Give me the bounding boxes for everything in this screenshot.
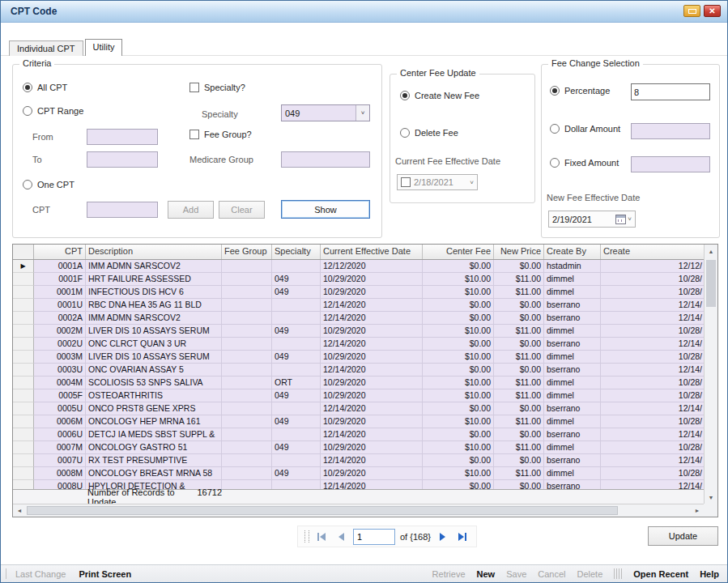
chevron-down-icon[interactable]: ˅ xyxy=(470,179,474,186)
first-page-button[interactable] xyxy=(314,530,329,544)
statusbar-item-print-screen[interactable]: Print Screen xyxy=(79,569,131,579)
grid-cell[interactable]: dimmel xyxy=(544,286,601,299)
grid-cell[interactable]: dimmel xyxy=(544,325,601,338)
grid-cell[interactable]: 049 xyxy=(272,286,321,299)
grid-cell[interactable]: $10.00 xyxy=(423,325,494,338)
grid-cell[interactable]: 12/14/2020 xyxy=(321,480,423,489)
row-selector[interactable] xyxy=(13,377,34,389)
row-selector[interactable] xyxy=(13,454,34,467)
tab-utility[interactable]: Utility xyxy=(85,39,123,56)
to-input[interactable] xyxy=(87,151,158,168)
grid-cell[interactable]: LIVER DIS 10 ASSAYS SERUM xyxy=(86,325,222,338)
table-row[interactable]: 0001MINFECTIOUS DIS HCV 604910/29/2020$1… xyxy=(13,286,704,299)
radio-fixed-amount[interactable]: Fixed Amount xyxy=(550,158,619,168)
radio-dollar-amount[interactable]: Dollar Amount xyxy=(550,124,620,134)
grid-cell[interactable]: $0.00 xyxy=(423,480,494,489)
grid-cell[interactable]: $0.00 xyxy=(423,260,494,273)
grid-cell[interactable]: 10/29/2020 xyxy=(321,415,423,428)
grid-cell[interactable]: 049 xyxy=(272,273,321,286)
grid-cell[interactable]: $0.00 xyxy=(494,312,544,325)
grid-cell[interactable]: 10/29/2020 xyxy=(321,389,423,402)
clear-button[interactable]: Clear xyxy=(219,201,265,219)
grid-cell[interactable] xyxy=(222,338,272,351)
grid-cell[interactable]: 12/14/ xyxy=(601,480,704,489)
grid-cell[interactable] xyxy=(272,480,321,489)
grid-cell[interactable]: 0007M xyxy=(34,441,86,454)
grid-cell[interactable]: 12/12/2020 xyxy=(321,260,423,273)
table-row[interactable]: 0007URX TEST PRESUMPTIVE12/14/2020$0.00$… xyxy=(13,454,704,467)
grid-cell[interactable] xyxy=(222,389,272,402)
grid-cell[interactable]: ONCOLOGY HEP MRNA 161 xyxy=(86,415,222,428)
grid-cell[interactable]: 049 xyxy=(272,415,321,428)
grid-cell[interactable]: $11.00 xyxy=(494,415,544,428)
grid-cell[interactable]: 0006U xyxy=(34,428,86,441)
tab-individual-cpt[interactable]: Individual CPT xyxy=(9,40,83,56)
dollar-amount-input[interactable] xyxy=(631,123,710,139)
last-page-button[interactable] xyxy=(455,530,470,544)
grid-cell[interactable]: INFECTIOUS DIS HCV 6 xyxy=(86,286,222,299)
row-selector[interactable] xyxy=(13,441,34,454)
row-selector[interactable] xyxy=(13,467,34,480)
grid-cell[interactable]: SCOLIOSIS 53 SNPS SALIVA xyxy=(86,377,222,389)
grid-cell[interactable]: 0005F xyxy=(34,389,86,402)
grid-cell[interactable]: 0001F xyxy=(34,273,86,286)
grid-cell[interactable]: $11.00 xyxy=(494,286,544,299)
grid-cell[interactable] xyxy=(222,273,272,286)
column-header[interactable]: New Price xyxy=(494,245,544,259)
grid-cell[interactable]: 12/14/ xyxy=(601,338,704,351)
grid-cell[interactable]: 12/14/2020 xyxy=(321,312,423,325)
previous-page-button[interactable] xyxy=(334,530,348,544)
radio-cpt-range[interactable]: CPT Range xyxy=(23,106,83,116)
grid-cell[interactable]: 12/14/2020 xyxy=(321,402,423,415)
grid-cell[interactable] xyxy=(222,260,272,273)
grid-cell[interactable]: ONCOLOGY BREAST MRNA 58 xyxy=(86,467,222,480)
grid-cell[interactable]: 12/14/2020 xyxy=(321,299,423,312)
row-selector[interactable] xyxy=(13,402,34,415)
grid-cell[interactable] xyxy=(222,351,272,364)
radio-create-new-fee[interactable]: Create New Fee xyxy=(400,91,479,100)
table-row[interactable]: 0002AIMM ADMN SARSCOV212/14/2020$0.00$0.… xyxy=(13,312,704,325)
table-row[interactable]: 0001FHRT FAILURE ASSESSED04910/29/2020$1… xyxy=(13,273,704,286)
table-row[interactable]: 0002UONC CLRCT QUAN 3 UR12/14/2020$0.00$… xyxy=(13,338,704,351)
grid-cell[interactable]: 049 xyxy=(272,351,321,364)
specialty-select[interactable]: 049 ˅ xyxy=(281,104,370,121)
grid-cell[interactable] xyxy=(222,325,272,338)
grid-cell[interactable]: IMM ADMN SARSCOV2 xyxy=(86,260,222,273)
row-selector[interactable] xyxy=(13,389,34,402)
grid-cell[interactable] xyxy=(222,467,272,480)
grid-cell[interactable]: 10/29/2020 xyxy=(321,325,423,338)
grid-cell[interactable]: $0.00 xyxy=(494,428,544,441)
cpt-input[interactable] xyxy=(87,202,158,218)
add-button[interactable]: Add xyxy=(168,201,214,219)
grid-cell[interactable]: 0002A xyxy=(34,312,86,325)
grid-cell[interactable]: $11.00 xyxy=(494,389,544,402)
grid-cell[interactable]: $0.00 xyxy=(494,338,544,351)
grid-cell[interactable]: $11.00 xyxy=(494,273,544,286)
grid-cell[interactable]: 10/28/ xyxy=(601,467,704,480)
column-header[interactable]: Create xyxy=(601,245,705,259)
grid-cell[interactable] xyxy=(222,312,272,325)
row-selector[interactable] xyxy=(13,299,34,312)
page-number-input[interactable] xyxy=(353,529,395,545)
grid-cell[interactable] xyxy=(272,299,321,312)
grid-cell[interactable]: $11.00 xyxy=(494,351,544,364)
grid-cell[interactable]: bserrano xyxy=(544,364,601,377)
grid-cell[interactable]: $10.00 xyxy=(423,351,494,364)
grid-cell[interactable]: $0.00 xyxy=(494,480,544,489)
radio-delete-fee[interactable]: Delete Fee xyxy=(400,128,458,138)
row-selector[interactable] xyxy=(13,338,34,351)
grid-cell[interactable] xyxy=(222,480,272,489)
table-row[interactable]: ▶0001AIMM ADMN SARSCOV212/12/2020$0.00$0… xyxy=(13,260,704,273)
row-selector[interactable] xyxy=(13,415,34,428)
radio-percentage[interactable]: Percentage xyxy=(550,86,610,96)
grid-cell[interactable]: 10/28/ xyxy=(601,389,704,402)
grid-cell[interactable]: $0.00 xyxy=(494,454,544,467)
grid-cell[interactable]: RBC DNA HEA 35 AG 11 BLD xyxy=(86,299,222,312)
grid-cell[interactable]: bserrano xyxy=(544,454,601,467)
update-button[interactable]: Update xyxy=(648,526,718,546)
grid-cell[interactable] xyxy=(272,260,321,273)
grid-cell[interactable] xyxy=(222,402,272,415)
grid-cell[interactable]: $11.00 xyxy=(494,467,544,480)
percentage-input[interactable] xyxy=(631,83,710,100)
grid-cell[interactable]: 12/14/2020 xyxy=(321,338,423,351)
